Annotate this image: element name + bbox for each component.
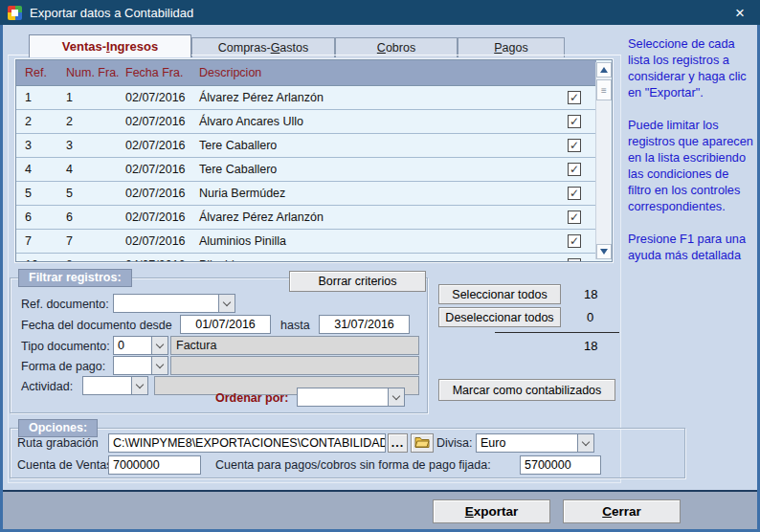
chevron-down-icon[interactable] (388, 388, 405, 407)
total-count: 18 (584, 339, 597, 353)
cell-num: 6 (66, 211, 125, 224)
forma-pago-label: Forma de pago: (21, 360, 105, 373)
hasta-label: hasta (280, 319, 310, 332)
cell-desc: Tere Caballero (199, 139, 568, 152)
filter-group-legend: Filtrar registros: (18, 269, 132, 287)
cell-desc: Piluchi (199, 258, 568, 261)
cerrar-button[interactable]: Cerrar (563, 499, 681, 523)
row-checkbox[interactable]: ✓ (568, 139, 581, 152)
cell-desc: Álvaro Ancares Ullo (199, 115, 568, 128)
cell-desc: Aluminios Pinilla (199, 234, 568, 248)
vertical-scrollbar[interactable]: ≡ (595, 62, 611, 259)
divisa-combobox[interactable]: Euro (476, 433, 594, 453)
cell-fecha: 02/07/2016 (125, 91, 199, 104)
row-checkbox[interactable]: ✓ (568, 163, 581, 176)
table-row[interactable]: 10804/07/2016Piluchi✓ (16, 254, 596, 261)
table-rows: 1102/07/2016Álvarez Pérez Arlanzón✓2202/… (16, 86, 596, 261)
tab-ventas-ingresos[interactable]: Ventas-Ingresos (29, 34, 191, 57)
footer-bar: Exportar Cerrar (3, 490, 757, 529)
cell-fecha: 02/07/2016 (125, 234, 199, 248)
cell-ref: 2 (25, 115, 66, 128)
table-row[interactable]: 2202/07/2016Álvaro Ancares Ullo✓ (16, 110, 596, 134)
cuenta-pagos-input[interactable]: 5700000 (520, 455, 601, 475)
row-checkbox[interactable]: ✓ (568, 187, 581, 200)
scroll-down-icon[interactable] (596, 244, 612, 259)
row-checkbox[interactable]: ✓ (568, 115, 581, 128)
deselect-all-button[interactable]: Deseleccionar todos (438, 307, 561, 327)
scroll-thumb[interactable]: ≡ (596, 79, 612, 100)
chevron-down-icon[interactable] (151, 356, 168, 375)
cell-ref: 10 (25, 258, 66, 261)
clear-criteria-button[interactable]: Borrar criterios (289, 271, 426, 292)
folder-icon (414, 435, 430, 451)
ruta-input[interactable]: C:\WINPYME8\EXPORTACIONES\CONTABILIDAD (108, 433, 386, 453)
help-paragraph-1: Seleccione de cada lista los registros a… (628, 35, 755, 100)
cell-num: 7 (66, 234, 125, 248)
cell-desc: Nuria Bermúdez (199, 187, 568, 200)
cell-ref: 4 (25, 163, 66, 176)
export-dialog: Exportar datos a Contabilidad × Ventas-I… (0, 0, 760, 532)
ruta-label: Ruta grabación (17, 436, 99, 450)
forma-pago-combobox[interactable] (113, 356, 168, 375)
help-paragraph-2: Puede limitar los registros que aparecen… (628, 117, 755, 214)
cell-fecha: 02/07/2016 (125, 139, 199, 152)
cell-fecha: 04/07/2016 (125, 258, 199, 261)
cell-desc: Álvarez Pérez Arlanzón (199, 91, 568, 104)
cell-ref: 3 (25, 139, 66, 152)
divisa-label: Divisa: (436, 436, 473, 450)
cell-fecha: 02/07/2016 (125, 163, 199, 176)
cell-num: 3 (66, 139, 125, 152)
help-paragraph-3: Presione F1 para una ayuda más detallada (628, 231, 755, 263)
table-row[interactable]: 1102/07/2016Álvarez Pérez Arlanzón✓ (16, 86, 596, 110)
ref-doc-combobox[interactable] (113, 294, 235, 313)
title-bar: Exportar datos a Contabilidad × (0, 0, 760, 25)
row-checkbox[interactable]: ✓ (568, 234, 581, 248)
ordenar-por-combobox[interactable] (297, 388, 405, 407)
cell-num: 1 (66, 91, 125, 104)
table-row[interactable]: 5502/07/2016Nuria Bermúdez✓ (16, 182, 596, 206)
table-row[interactable]: 7702/07/2016Aluminios Pinilla✓ (16, 230, 596, 254)
mark-accounted-button[interactable]: Marcar como contabilizados (438, 379, 615, 401)
cuenta-ventas-input[interactable]: 7000000 (108, 455, 201, 475)
row-checkbox[interactable]: ✓ (568, 91, 581, 104)
chevron-down-icon[interactable] (577, 433, 594, 453)
select-all-button[interactable]: Seleccionar todos (438, 284, 561, 304)
exportar-button[interactable]: Exportar (433, 499, 550, 523)
fecha-desde-input[interactable]: 01/07/2016 (180, 315, 271, 334)
cell-num: 8 (66, 258, 125, 261)
close-icon[interactable]: × (727, 5, 752, 21)
tipo-doc-description: Factura (170, 336, 419, 355)
cell-fecha: 02/07/2016 (125, 211, 199, 224)
header-num: Num. Fra. (66, 66, 125, 79)
cell-fecha: 02/07/2016 (125, 115, 199, 128)
table-row[interactable]: 3302/07/2016Tere Caballero✓ (16, 134, 596, 158)
fecha-hasta-input[interactable]: 31/07/2016 (319, 315, 410, 334)
header-desc: Descripcion (199, 66, 568, 79)
chevron-down-icon[interactable] (131, 376, 148, 395)
chevron-down-icon[interactable] (151, 336, 168, 355)
open-folder-button[interactable] (411, 433, 434, 453)
help-text: Seleccione de cada lista los registros a… (628, 35, 755, 279)
cell-num: 5 (66, 187, 125, 200)
cell-ref: 1 (25, 91, 66, 104)
table-row[interactable]: 4402/07/2016Tere Caballero✓ (16, 158, 596, 182)
cell-ref: 6 (25, 211, 66, 224)
cell-num: 2 (66, 115, 125, 128)
row-checkbox[interactable]: ✓ (568, 211, 581, 224)
deselected-count: 0 (587, 310, 593, 324)
actividad-label: Actividad: (21, 380, 73, 393)
ref-doc-label: Ref. documento: (21, 298, 109, 311)
table-row[interactable]: 6602/07/2016Álvarez Pérez Arlanzón✓ (16, 206, 596, 230)
cell-ref: 5 (25, 187, 66, 200)
actividad-combobox[interactable] (82, 376, 148, 395)
chevron-down-icon[interactable] (218, 294, 235, 313)
row-checkbox[interactable]: ✓ (568, 258, 581, 261)
cuenta-pagos-label: Cuenta para pagos/cobros sin forma de pa… (215, 458, 491, 472)
cell-fecha: 02/07/2016 (125, 187, 199, 200)
options-group-legend: Opciones: (18, 419, 98, 437)
tipo-doc-combobox[interactable]: 0 (113, 336, 168, 355)
browse-button[interactable]: ... (388, 433, 408, 453)
cell-ref: 7 (25, 234, 66, 248)
scroll-up-icon[interactable] (596, 62, 612, 78)
window-title: Exportar datos a Contabilidad (30, 6, 193, 20)
